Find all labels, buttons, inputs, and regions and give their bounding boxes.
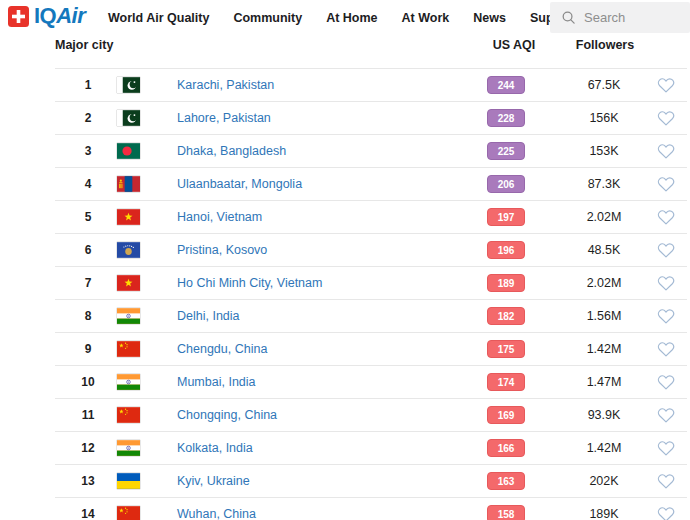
followers-count: 2.02M xyxy=(569,276,639,290)
swiss-flag-icon xyxy=(8,6,29,27)
city-link[interactable]: Ho Chi Minh City, Vietnam xyxy=(177,276,322,290)
rank-number: 6 xyxy=(68,243,108,257)
city-link[interactable]: Chengdu, China xyxy=(177,342,267,356)
mongolia-flag-icon xyxy=(117,176,140,192)
follow-heart-button[interactable] xyxy=(657,175,675,193)
rank-number: 11 xyxy=(68,408,108,422)
bangladesh-flag-icon xyxy=(117,143,140,159)
follow-heart-button[interactable] xyxy=(657,208,675,226)
city-link[interactable]: Dhaka, Bangladesh xyxy=(177,144,286,158)
aqi-badge: 158 xyxy=(487,505,525,520)
city-link[interactable]: Delhi, India xyxy=(177,309,240,323)
india-flag-icon xyxy=(117,374,140,390)
follow-heart-button[interactable] xyxy=(657,76,675,94)
city-ranking-table: 1Karachi, Pakistan24467.5K2Lahore, Pakis… xyxy=(55,68,687,520)
rank-number: 13 xyxy=(68,474,108,488)
rank-number: 3 xyxy=(68,144,108,158)
table-row[interactable]: 12Kolkata, India1661.42M xyxy=(55,431,687,464)
rank-number: 12 xyxy=(68,441,108,455)
table-row[interactable]: 9Chengdu, China1751.42M xyxy=(55,332,687,365)
follow-heart-button[interactable] xyxy=(657,142,675,160)
followers-count: 189K xyxy=(569,507,639,520)
follow-heart-button[interactable] xyxy=(657,109,675,127)
logo-iq: IQ xyxy=(34,3,56,28)
aqi-badge: 174 xyxy=(487,373,525,391)
aqi-badge: 228 xyxy=(487,109,525,127)
follow-heart-button[interactable] xyxy=(657,472,675,490)
followers-count: 93.9K xyxy=(569,408,639,422)
followers-count: 48.5K xyxy=(569,243,639,257)
nav-item-community[interactable]: Community xyxy=(233,11,302,25)
column-header-us-aqi: US AQI xyxy=(486,38,542,52)
follow-heart-button[interactable] xyxy=(657,373,675,391)
table-row[interactable]: 6Pristina, Kosovo19648.5K xyxy=(55,233,687,266)
vietnam-flag-icon xyxy=(117,275,140,291)
table-row[interactable]: 14Wuhan, China158189K xyxy=(55,497,687,520)
followers-count: 1.47M xyxy=(569,375,639,389)
table-row[interactable]: 11Chongqing, China16993.9K xyxy=(55,398,687,431)
vietnam-flag-icon xyxy=(117,209,140,225)
table-row[interactable]: 4Ulaanbaatar, Mongolia20687.3K xyxy=(55,167,687,200)
table-row[interactable]: 5Hanoi, Vietnam1972.02M xyxy=(55,200,687,233)
follow-heart-button[interactable] xyxy=(657,307,675,325)
city-link[interactable]: Kyiv, Ukraine xyxy=(177,474,250,488)
aqi-badge: 196 xyxy=(487,241,525,259)
logo-wordmark: IQAir xyxy=(34,5,85,27)
iqair-logo[interactable]: IQAir xyxy=(8,5,85,27)
rank-number: 14 xyxy=(68,507,108,520)
india-flag-icon xyxy=(117,308,140,324)
city-link[interactable]: Pristina, Kosovo xyxy=(177,243,267,257)
followers-count: 1.42M xyxy=(569,342,639,356)
logo-air: Air xyxy=(56,3,85,28)
city-link[interactable]: Wuhan, China xyxy=(177,507,256,520)
follow-heart-button[interactable] xyxy=(657,505,675,520)
nav-item-news[interactable]: News xyxy=(473,11,506,25)
follow-heart-button[interactable] xyxy=(657,241,675,259)
aqi-badge: 163 xyxy=(487,472,525,490)
table-row[interactable]: 10Mumbai, India1741.47M xyxy=(55,365,687,398)
follow-heart-button[interactable] xyxy=(657,274,675,292)
nav-item-at-work[interactable]: At Work xyxy=(402,11,450,25)
rank-number: 1 xyxy=(68,78,108,92)
search-input[interactable] xyxy=(584,10,679,25)
follow-heart-button[interactable] xyxy=(657,439,675,457)
pakistan-flag-icon xyxy=(117,77,140,93)
rank-number: 7 xyxy=(68,276,108,290)
column-header-followers: Followers xyxy=(570,38,640,52)
china-flag-icon xyxy=(117,407,140,423)
follow-heart-button[interactable] xyxy=(657,406,675,424)
city-link[interactable]: Ulaanbaatar, Mongolia xyxy=(177,177,302,191)
city-link[interactable]: Kolkata, India xyxy=(177,441,253,455)
aqi-badge: 244 xyxy=(487,76,525,94)
nav-item-world-air-quality[interactable]: World Air Quality xyxy=(108,11,209,25)
china-flag-icon xyxy=(117,341,140,357)
followers-count: 1.56M xyxy=(569,309,639,323)
table-row[interactable]: 3Dhaka, Bangladesh225153K xyxy=(55,134,687,167)
table-row[interactable]: 8Delhi, India1821.56M xyxy=(55,299,687,332)
city-link[interactable]: Mumbai, India xyxy=(177,375,256,389)
table-row[interactable]: 1Karachi, Pakistan24467.5K xyxy=(55,68,687,101)
table-row[interactable]: 13Kyiv, Ukraine163202K xyxy=(55,464,687,497)
pakistan-flag-icon xyxy=(117,110,140,126)
aqi-badge: 197 xyxy=(487,208,525,226)
rank-number: 8 xyxy=(68,309,108,323)
rank-number: 2 xyxy=(68,111,108,125)
city-link[interactable]: Lahore, Pakistan xyxy=(177,111,271,125)
aqi-badge: 169 xyxy=(487,406,525,424)
search-box[interactable] xyxy=(550,2,690,33)
city-link[interactable]: Hanoi, Vietnam xyxy=(177,210,262,224)
city-link[interactable]: Karachi, Pakistan xyxy=(177,78,274,92)
kosovo-flag-icon xyxy=(117,242,140,258)
nav-item-at-home[interactable]: At Home xyxy=(326,11,377,25)
table-row[interactable]: 7Ho Chi Minh City, Vietnam1892.02M xyxy=(55,266,687,299)
aqi-badge: 225 xyxy=(487,142,525,160)
aqi-badge: 175 xyxy=(487,340,525,358)
followers-count: 2.02M xyxy=(569,210,639,224)
follow-heart-button[interactable] xyxy=(657,340,675,358)
search-icon xyxy=(561,10,576,25)
column-header-major-city: Major city xyxy=(55,38,113,52)
city-link[interactable]: Chongqing, China xyxy=(177,408,277,422)
aqi-badge: 166 xyxy=(487,439,525,457)
table-row[interactable]: 2Lahore, Pakistan228156K xyxy=(55,101,687,134)
followers-count: 87.3K xyxy=(569,177,639,191)
